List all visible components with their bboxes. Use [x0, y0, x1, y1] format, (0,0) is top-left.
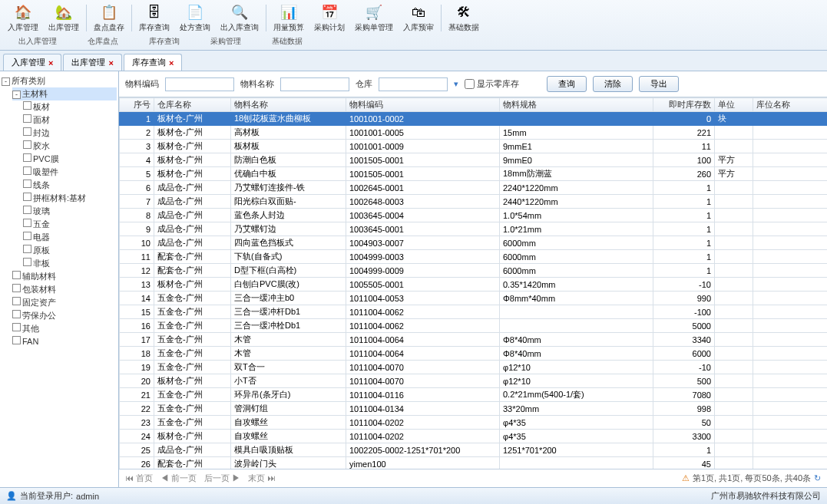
tree-toggle-icon[interactable]: -: [2, 77, 10, 86]
usage-budget-btn[interactable]: 📊用量预算: [269, 2, 309, 35]
table-row[interactable]: 26配套仓-广州波异岭门头yimen10045: [120, 457, 828, 469]
col-loc[interactable]: 库位名称: [753, 98, 828, 112]
table-row[interactable]: 19五金仓-广州双T合一1011004-0070φ12*10-10: [120, 361, 828, 374]
tree-node[interactable]: 辅助材料: [12, 270, 117, 283]
cell-loc: [753, 236, 828, 250]
cell-wh: 板材仓-广州: [154, 278, 231, 292]
cell-wh: 五金仓-广州: [154, 388, 231, 402]
out-stock-btn[interactable]: 🏡出库管理: [44, 2, 84, 35]
col-wh[interactable]: 仓库名称: [154, 98, 231, 112]
col-seq[interactable]: 序号: [120, 98, 154, 112]
table-row[interactable]: 18五金仓-广州木管1011004-0064Φ8*40mm6000: [120, 347, 828, 361]
in-stock-btn-icon: 🏠: [14, 3, 32, 21]
cell-code: 1011004-0116: [346, 388, 500, 402]
wh-input[interactable]: [379, 77, 448, 91]
table-row[interactable]: 20板材仓-广州小T否1011004-0070φ12*10500: [120, 374, 828, 388]
table-row[interactable]: 8成品仓-广州蓝色条人封边1003645-00041.0*54mm1: [120, 209, 828, 222]
wh-dropdown-icon[interactable]: ▾: [454, 79, 458, 89]
pager-last[interactable]: 末页 ⏭: [248, 473, 276, 484]
io-query-btn[interactable]: 🔍出入库查询: [216, 2, 263, 35]
table-row[interactable]: 4板材仓-广州防潮白色板1001505-00019mmE0100平方: [120, 153, 828, 167]
tree-node[interactable]: 板材: [23, 100, 117, 114]
tab-instock[interactable]: 入库管理×: [3, 54, 61, 71]
tree-node[interactable]: 包装材料: [12, 283, 117, 296]
col-stock[interactable]: 即时库存数: [653, 98, 715, 112]
tree-node[interactable]: 吸塑件: [23, 166, 117, 179]
col-spec[interactable]: 物料规格: [500, 98, 653, 112]
table-row[interactable]: 16五金仓-广州三合一缓冲栓Db11011004-00625000: [120, 319, 828, 333]
code-input[interactable]: [165, 77, 234, 91]
pager-first[interactable]: ⏮ 首页: [125, 473, 153, 484]
table-row[interactable]: 2板材仓-广州高材板1001001-000515mm221: [120, 126, 828, 140]
tree-node[interactable]: FAN: [12, 335, 117, 347]
cell-unit: [715, 195, 753, 209]
in-preaudit-btn[interactable]: 🛍入库预审: [399, 2, 438, 35]
stock-query-btn[interactable]: 🗄库存查询: [134, 2, 174, 35]
tree-node[interactable]: 封边: [23, 127, 117, 140]
tree-node[interactable]: 拼框材料:基材: [23, 192, 117, 205]
status-bar: 👤 当前登录用户: admin 广州市易驰软件科技有限公司: [0, 487, 827, 504]
inventory-btn[interactable]: 📋盘点盘存: [89, 2, 129, 35]
tree-node[interactable]: 劳保办公: [12, 309, 117, 322]
name-input[interactable]: [280, 77, 349, 91]
tree-node[interactable]: 五金: [23, 218, 117, 231]
tree-label: 线条: [33, 180, 50, 189]
tree-node[interactable]: -所有类别: [2, 74, 117, 87]
table-row[interactable]: 9成品仓-广州乃艾螺钉边1003645-00011.0*21mm1: [120, 222, 828, 236]
tree-node[interactable]: PVC膜: [23, 153, 117, 166]
tree-node[interactable]: 原板: [23, 244, 117, 257]
table-row[interactable]: 15五金仓-广州三合一缓冲杆Db11011004-0062-100: [120, 305, 828, 319]
clear-button[interactable]: 清除: [593, 76, 633, 92]
tab-stockquery[interactable]: 库存查询×: [124, 54, 182, 71]
pager-prev[interactable]: ◀ 前一页: [160, 473, 197, 484]
table-row[interactable]: 10成品仓-广州四向蓝色挡板式1004903-00076000mm1: [120, 236, 828, 250]
tree-node[interactable]: 线条: [23, 179, 117, 192]
table-row[interactable]: 1板材仓-广州18刨花板蓝水曲柳板1001001-00020块: [120, 112, 828, 126]
purchase-order-btn[interactable]: 🛒采购单管理: [350, 2, 398, 35]
cell-stock: 3340: [653, 333, 715, 347]
table-row[interactable]: 12配套仓-广州D型下框(白高栓)1004999-00096000mm1: [120, 264, 828, 278]
stock-grid[interactable]: 序号 仓库名称 物料名称 物料编码 物料规格 即时库存数 单位 库位名称 1板材…: [119, 97, 827, 469]
tree-node[interactable]: 电器: [23, 231, 117, 244]
cell-spec: 6000mm: [500, 264, 653, 278]
in-stock-btn[interactable]: 🏠入库管理: [3, 2, 43, 35]
col-unit[interactable]: 单位: [715, 98, 753, 112]
tree-node[interactable]: 胶水: [23, 140, 117, 153]
refresh-icon[interactable]: ↻: [814, 473, 821, 483]
tree-node[interactable]: 玻璃: [23, 205, 117, 218]
basedata-btn[interactable]: 🛠基础数据: [444, 2, 484, 35]
table-row[interactable]: 6成品仓-广州乃艾螺钉连接件-铁1002645-00012240*1220mm1: [120, 181, 828, 195]
tree-toggle-icon[interactable]: -: [12, 91, 21, 99]
table-row[interactable]: 23五金仓-广州自攻螺丝1011004-0202φ4*3550: [120, 416, 828, 430]
tree-node[interactable]: -主材料: [12, 87, 117, 100]
table-row[interactable]: 14五金仓-广州三合一缓冲主b01011004-0053Φ8mm*40mm990: [120, 292, 828, 305]
tab-stockquery-close-icon[interactable]: ×: [169, 58, 174, 68]
table-row[interactable]: 24板材仓-广州自攻螺丝1011004-0202φ4*353300: [120, 430, 828, 443]
tab-instock-close-icon[interactable]: ×: [48, 58, 53, 68]
tree-node[interactable]: 面材: [23, 114, 117, 127]
table-row[interactable]: 3板材仓-广州板材板1001001-00099mmE111: [120, 140, 828, 153]
table-row[interactable]: 17五金仓-广州木管1011004-0064Φ8*40mm3340: [120, 333, 828, 347]
table-row[interactable]: 5板材仓-广州优确白中板1001505-000118mm防潮蓝260平方: [120, 167, 828, 181]
table-row[interactable]: 25成品仓-广州模具白吸顶贴板1002205-0002-1251*701*200…: [120, 443, 828, 457]
tab-outstock-close-icon[interactable]: ×: [108, 58, 113, 68]
pager-next[interactable]: 后一页 ▶: [204, 473, 240, 484]
table-row[interactable]: 22五金仓-广州管洞钉组1011004-013433*20mm998: [120, 402, 828, 416]
cell-stock: -10: [653, 278, 715, 292]
tree-node[interactable]: 其他: [12, 322, 117, 335]
col-name[interactable]: 物料名称: [231, 98, 346, 112]
tree-node[interactable]: 固定资产: [12, 296, 117, 309]
table-row[interactable]: 13板材仓-广州白刨白PVC膜(改)1005505-00010.35*1420m…: [120, 278, 828, 292]
table-row[interactable]: 11配套仓-广州下轨(自备式)1004999-00036000mm1: [120, 250, 828, 264]
rx-query-btn[interactable]: 📄处方查询: [175, 2, 215, 35]
col-code[interactable]: 物料编码: [346, 98, 500, 112]
tree-node[interactable]: 非板: [23, 257, 117, 270]
zero-stock-checkbox[interactable]: [465, 79, 475, 89]
query-button[interactable]: 查询: [547, 76, 587, 92]
table-row[interactable]: 7成品仓-广州阳光棕白双面贴-1002648-00032440*1220mm1: [120, 195, 828, 209]
stock-query-btn-icon: 🗄: [145, 3, 164, 21]
tab-outstock[interactable]: 出库管理×: [63, 54, 121, 71]
purchase-plan-btn[interactable]: 📅采购计划: [309, 2, 349, 35]
table-row[interactable]: 21五金仓-广州环异吊(条牙白)1011004-01160.2*21mm(540…: [120, 388, 828, 402]
export-button[interactable]: 导出: [639, 76, 679, 92]
